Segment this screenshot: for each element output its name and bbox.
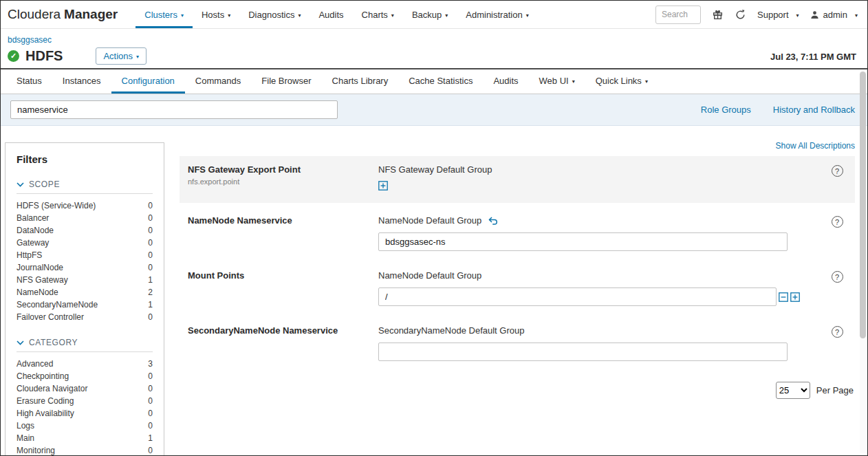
help-icon[interactable]: ? bbox=[832, 271, 843, 283]
filter-item-label: Balancer bbox=[17, 213, 49, 223]
secondarynamenode-nameservice-input[interactable] bbox=[378, 343, 788, 361]
cluster-breadcrumb-link[interactable]: bdsggsasec bbox=[8, 35, 52, 45]
brand-logo[interactable]: Cloudera Manager bbox=[8, 1, 118, 28]
filter-item[interactable]: HDFS (Service-Wide) 0 bbox=[17, 199, 153, 212]
support-menu[interactable]: Support ▾ bbox=[757, 10, 799, 20]
filter-item[interactable]: Erasure Coding 0 bbox=[17, 395, 153, 407]
namenode-nameservice-input[interactable] bbox=[378, 232, 788, 251]
filter-item-label: Monitoring bbox=[17, 446, 55, 455]
config-filter-bar: Role Groups History and Rollback bbox=[1, 94, 867, 126]
add-value-icon[interactable] bbox=[378, 181, 388, 191]
scrollbar-thumb[interactable] bbox=[860, 72, 866, 338]
running-commands-icon[interactable] bbox=[735, 9, 746, 21]
scope-section-header[interactable]: SCOPE bbox=[17, 180, 153, 194]
tab-instances[interactable]: Instances bbox=[52, 69, 111, 94]
filter-item[interactable]: NFS Gateway 1 bbox=[17, 274, 153, 286]
config-label-col: NFS Gateway Export Point nfs.export.poin… bbox=[188, 164, 378, 186]
show-all-descriptions-link[interactable]: Show All Descriptions bbox=[180, 141, 855, 151]
caret-down-icon: ▾ bbox=[228, 12, 230, 19]
filter-item[interactable]: DataNode 0 bbox=[17, 224, 153, 237]
user-icon bbox=[810, 10, 819, 19]
tab-quick-links[interactable]: Quick Links▾ bbox=[585, 69, 658, 94]
filter-item-label: Checkpointing bbox=[17, 371, 69, 381]
nav-backup[interactable]: Backup▾ bbox=[403, 1, 457, 28]
nav-backup-label: Backup bbox=[412, 10, 442, 20]
filter-item-label: Erasure Coding bbox=[17, 396, 74, 406]
category-section-header[interactable]: CATEGORY bbox=[17, 338, 153, 352]
per-page-label: Per Page bbox=[816, 385, 854, 395]
config-label: SecondaryNameNode Nameservice bbox=[188, 325, 378, 336]
filter-item[interactable]: Checkpointing 0 bbox=[17, 370, 153, 382]
per-page-select[interactable]: 25 bbox=[776, 382, 810, 399]
config-value-col: NFS Gateway Default Group bbox=[378, 164, 819, 193]
config-row-namenode-nameservice: NameNode Nameservice NameNode Default Gr… bbox=[180, 215, 855, 251]
top-nav-utilities: Support ▾ admin ▾ bbox=[655, 1, 858, 28]
filter-item-label: High Availability bbox=[17, 409, 74, 418]
actions-button[interactable]: Actions ▾ bbox=[96, 47, 147, 65]
filter-item[interactable]: NameNode 2 bbox=[17, 286, 153, 298]
brand-light: Cloudera bbox=[8, 7, 61, 22]
tab-commands[interactable]: Commands bbox=[185, 69, 251, 94]
filter-item[interactable]: Main 1 bbox=[17, 432, 153, 444]
filter-item[interactable]: High Availability 0 bbox=[17, 407, 153, 420]
filter-item[interactable]: SecondaryNameNode 1 bbox=[17, 298, 153, 311]
nav-clusters[interactable]: Clusters▾ bbox=[135, 1, 193, 28]
nav-administration[interactable]: Administration▾ bbox=[457, 1, 537, 28]
tab-audits[interactable]: Audits bbox=[483, 69, 528, 94]
tab-status[interactable]: Status bbox=[6, 69, 52, 94]
nav-diagnostics[interactable]: Diagnostics▾ bbox=[239, 1, 310, 28]
tab-configuration[interactable]: Configuration bbox=[111, 69, 185, 94]
filter-item[interactable]: JournalNode 0 bbox=[17, 261, 153, 274]
caret-down-icon: ▾ bbox=[445, 12, 448, 19]
filter-item-count: 1 bbox=[148, 433, 153, 443]
mount-points-input[interactable] bbox=[378, 287, 777, 306]
tab-charts-library[interactable]: Charts Library bbox=[322, 69, 399, 94]
history-and-rollback-link[interactable]: History and Rollback bbox=[773, 105, 855, 115]
tab-cache-statistics[interactable]: Cache Statistics bbox=[398, 69, 483, 94]
remove-value-icon[interactable] bbox=[779, 292, 788, 302]
reset-to-default-icon[interactable] bbox=[488, 217, 498, 225]
filter-item[interactable]: Balancer 0 bbox=[17, 212, 153, 224]
config-search-input[interactable] bbox=[10, 100, 338, 119]
parcel-icon[interactable] bbox=[712, 9, 724, 21]
help-icon[interactable]: ? bbox=[832, 165, 843, 177]
nav-hosts[interactable]: Hosts▾ bbox=[193, 1, 239, 28]
brand-bold: Manager bbox=[64, 7, 118, 22]
role-group-name: NameNode Default Group bbox=[378, 270, 481, 281]
config-row-nfs-gateway-export-point: NFS Gateway Export Point nfs.export.poin… bbox=[180, 156, 855, 203]
scrollbar[interactable] bbox=[860, 72, 866, 453]
chevron-down-icon bbox=[17, 182, 24, 187]
nav-clusters-label: Clusters bbox=[144, 10, 177, 20]
filter-item-count: 0 bbox=[148, 421, 153, 431]
tab-web-ui-label: Web UI bbox=[539, 76, 569, 86]
user-menu[interactable]: admin ▾ bbox=[810, 10, 858, 20]
service-title: HDFS bbox=[25, 48, 63, 64]
help-icon[interactable]: ? bbox=[832, 216, 843, 228]
config-value-col: NameNode Default Group bbox=[378, 215, 819, 251]
nav-audits[interactable]: Audits bbox=[310, 1, 352, 28]
filter-item[interactable]: Advanced 3 bbox=[17, 358, 153, 370]
help-icon[interactable]: ? bbox=[832, 326, 843, 338]
filter-item[interactable]: HttpFS 0 bbox=[17, 249, 153, 261]
caret-down-icon: ▾ bbox=[572, 78, 575, 85]
role-groups-link[interactable]: Role Groups bbox=[701, 105, 751, 115]
filter-item[interactable]: Gateway 0 bbox=[17, 237, 153, 249]
tab-web-ui[interactable]: Web UI▾ bbox=[529, 69, 585, 94]
filter-item[interactable]: Failover Controller 0 bbox=[17, 311, 153, 323]
nav-charts[interactable]: Charts▾ bbox=[353, 1, 403, 28]
filter-item-label: HttpFS bbox=[17, 250, 42, 260]
filter-item[interactable]: Logs 0 bbox=[17, 420, 153, 432]
filter-section-category: CATEGORY Advanced 3 Checkpointing 0 bbox=[17, 338, 153, 456]
filter-item-label: Gateway bbox=[17, 238, 49, 248]
global-search-input[interactable] bbox=[655, 6, 701, 24]
caret-down-icon: ▾ bbox=[298, 12, 301, 19]
filter-item[interactable]: Monitoring 0 bbox=[17, 444, 153, 456]
filter-item-label: NFS Gateway bbox=[17, 275, 68, 285]
add-value-icon[interactable] bbox=[790, 292, 800, 302]
role-group-name: NFS Gateway Default Group bbox=[378, 164, 492, 175]
filter-item-count: 0 bbox=[148, 384, 153, 393]
config-label-col: NameNode Nameservice bbox=[188, 215, 378, 226]
filter-item[interactable]: Cloudera Navigator 0 bbox=[17, 382, 153, 395]
nav-audits-label: Audits bbox=[318, 10, 343, 20]
tab-file-browser[interactable]: File Browser bbox=[251, 69, 321, 94]
